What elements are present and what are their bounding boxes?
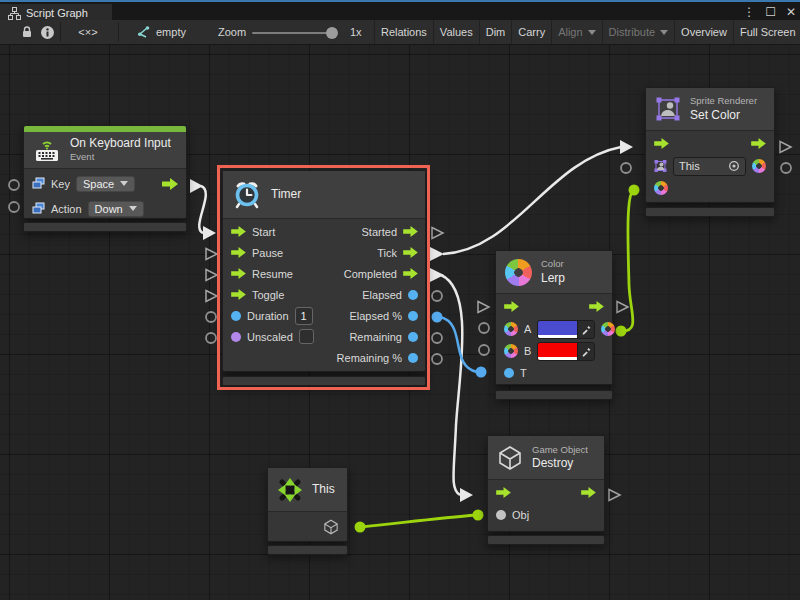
timer-tick-port[interactable]: Tick: [300, 242, 418, 263]
node-destroy[interactable]: Game Object Destroy Obj: [487, 435, 605, 532]
node-category: Color: [541, 258, 565, 270]
port-timer-tick-ext[interactable]: [430, 247, 444, 261]
node-category: Game Object: [532, 444, 588, 456]
trigger-out-port[interactable]: [162, 178, 178, 190]
port-timer-pause-ext[interactable]: [206, 249, 217, 260]
node-timer[interactable]: Timer Start Pause Resume: [222, 170, 426, 372]
color-in-port[interactable]: [654, 181, 668, 195]
port-timer-duration-ext[interactable]: [206, 312, 216, 322]
align-dropdown[interactable]: Align: [551, 20, 601, 44]
port-setcolor-flowin-ext[interactable]: [620, 140, 633, 154]
port-timer-resume-ext[interactable]: [206, 270, 217, 281]
close-icon[interactable]: ✕: [786, 4, 796, 20]
flow-out-port[interactable]: [589, 301, 604, 312]
port-timer-toggle-ext[interactable]: [206, 291, 217, 302]
info-button[interactable]: [40, 20, 55, 44]
port-timer-elapsed-ext[interactable]: [432, 291, 442, 301]
overview-button[interactable]: Overview: [674, 20, 733, 44]
key-dropdown[interactable]: Space: [76, 176, 135, 192]
zoom-label: Zoom: [218, 26, 246, 38]
flow-in-port[interactable]: [504, 301, 519, 312]
node-set-color[interactable]: Sprite Renderer Set Color This: [645, 87, 775, 203]
color-b-field[interactable]: [537, 342, 595, 361]
port-timer-remaining-ext[interactable]: [432, 333, 442, 343]
node-color-lerp[interactable]: Color Lerp A B: [495, 250, 613, 385]
port-keyboard-trigger-out[interactable]: [190, 179, 203, 193]
port-timer-remainingpct-ext[interactable]: [432, 354, 442, 364]
timer-remaining-pct-port[interactable]: Remaining %: [300, 347, 418, 368]
inspect-toggle-button[interactable]: <×>: [66, 20, 110, 44]
port-lerp-b-ext[interactable]: [479, 345, 489, 355]
target-object-field[interactable]: This: [673, 157, 746, 176]
color-port-icon[interactable]: [504, 322, 518, 336]
maximize-icon[interactable]: ☐: [765, 4, 776, 20]
float-port-icon: [231, 311, 241, 321]
port-destroy-obj-ext[interactable]: [473, 510, 484, 521]
gameobject-port-icon[interactable]: [323, 519, 339, 535]
action-dropdown[interactable]: Down: [88, 201, 144, 217]
port-destroy-flowout-ext[interactable]: [609, 490, 620, 501]
port-timer-start-ext[interactable]: [203, 226, 216, 240]
dim-button[interactable]: Dim: [479, 20, 512, 44]
timer-started-port[interactable]: Started: [300, 221, 418, 242]
distribute-dropdown[interactable]: Distribute: [602, 20, 674, 44]
values-button[interactable]: Values: [433, 20, 479, 44]
node-subtitle: Event: [70, 151, 171, 163]
port-keyboard-key-ext[interactable]: [9, 180, 19, 190]
port-setcolor-target-ext[interactable]: [621, 163, 631, 173]
node-this[interactable]: This: [267, 467, 348, 542]
color-a-field[interactable]: [537, 320, 595, 339]
port-lerp-flowout-ext[interactable]: [617, 302, 628, 313]
color-port-icon[interactable]: [504, 344, 518, 358]
chevron-down-icon: [588, 30, 596, 35]
zoom-slider-knob[interactable]: [326, 27, 338, 39]
setcolor-flow-row: [646, 131, 774, 155]
port-lerp-t-ext[interactable]: [476, 367, 487, 378]
graph-canvas[interactable]: On Keyboard Input Event Key Space: [0, 45, 800, 600]
sprite-port-icon[interactable]: [654, 159, 667, 173]
timer-elapsed-pct-port[interactable]: Elapsed %: [300, 305, 418, 326]
port-keyboard-action-ext[interactable]: [9, 202, 19, 212]
object-picker-icon[interactable]: [728, 160, 740, 172]
eyedropper-icon[interactable]: [577, 343, 594, 360]
enum-icon: [32, 202, 45, 215]
window-menu-icon[interactable]: ⋮: [743, 4, 755, 20]
port-lerp-flowin-ext[interactable]: [478, 302, 489, 313]
flow-in-port[interactable]: [654, 138, 669, 149]
relations-button[interactable]: Relations: [374, 20, 433, 44]
port-this-out-ext[interactable]: [355, 522, 366, 533]
object-port-icon[interactable]: [496, 510, 506, 520]
fullscreen-button[interactable]: Full Screen: [733, 20, 800, 44]
timer-completed-port[interactable]: Completed: [300, 263, 418, 284]
port-setcolor-color-ext[interactable]: [629, 185, 640, 196]
port-lerp-colorout-ext[interactable]: [616, 326, 627, 337]
timer-elapsed-port[interactable]: Elapsed: [300, 284, 418, 305]
flow-out-port[interactable]: [581, 487, 596, 498]
port-timer-elapsedpct-ext[interactable]: [432, 312, 443, 323]
graph-reference[interactable]: empty: [136, 20, 186, 44]
node-footer: [487, 535, 605, 545]
float-port-icon[interactable]: [504, 368, 514, 378]
port-timer-unscaled-ext[interactable]: [206, 333, 216, 343]
node-title: Destroy: [532, 456, 588, 471]
carry-button[interactable]: Carry: [511, 20, 551, 44]
wire-timer-tick-to-setcolor: [443, 147, 621, 254]
port-destroy-flowin-ext[interactable]: [460, 488, 473, 502]
node-on-keyboard-input[interactable]: On Keyboard Input Event Key Space: [23, 125, 187, 219]
port-setcolor-targetout-ext[interactable]: [781, 163, 791, 173]
graph-toolbar: <×> empty Zoom 1x Relations Values Dim C…: [0, 20, 800, 45]
port-timer-started-ext[interactable]: [432, 228, 443, 239]
flow-in-port[interactable]: [496, 487, 511, 498]
color-out-port[interactable]: [752, 159, 766, 173]
flow-arrow-icon: [162, 178, 178, 190]
wire-timer-completed-to-destroy: [441, 275, 462, 495]
zoom-slider[interactable]: [252, 32, 336, 34]
port-timer-completed-ext[interactable]: [430, 268, 444, 282]
flow-out-port[interactable]: [751, 138, 766, 149]
eyedropper-icon[interactable]: [577, 321, 594, 338]
port-setcolor-flowout-ext[interactable]: [780, 142, 791, 153]
port-lerp-a-ext[interactable]: [479, 323, 489, 333]
timer-remaining-port[interactable]: Remaining: [300, 326, 418, 347]
chevron-down-icon: [660, 30, 668, 35]
lock-button[interactable]: [20, 20, 34, 44]
